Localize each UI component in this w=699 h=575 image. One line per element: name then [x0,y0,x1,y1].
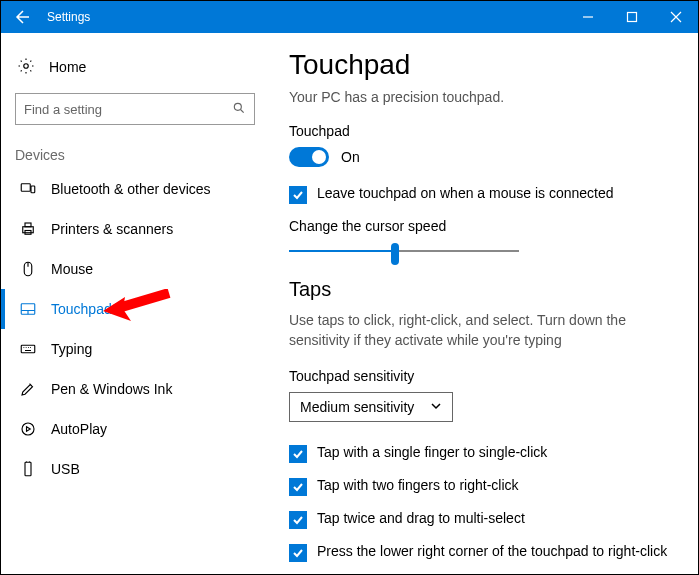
printer-icon [19,220,37,238]
sidebar-item-label: Mouse [51,261,93,277]
touchpad-toggle-label: Touchpad [289,123,674,139]
sidebar-item-label: Bluetooth & other devices [51,181,211,197]
svg-rect-4 [31,186,35,193]
sidebar-item-pen[interactable]: Pen & Windows Ink [11,369,259,409]
svg-rect-0 [628,13,637,22]
taps-description: Use taps to click, right-click, and sele… [289,311,674,350]
svg-rect-10 [21,345,35,353]
svg-rect-5 [23,227,34,233]
close-button[interactable] [654,1,698,33]
mouse-icon [19,260,37,278]
page-subtitle: Your PC has a precision touchpad. [289,89,674,105]
sensitivity-select[interactable]: Medium sensitivity [289,392,453,422]
maximize-button[interactable] [610,1,654,33]
sidebar-item-label: AutoPlay [51,421,107,437]
minimize-button[interactable] [566,1,610,33]
tap-two-checkbox[interactable] [289,478,307,496]
sidebar-item-touchpad[interactable]: Touchpad [11,289,259,329]
svg-point-11 [22,423,34,435]
sidebar-item-label: Pen & Windows Ink [51,381,172,397]
page-heading: Touchpad [289,49,674,81]
window-title: Settings [45,10,566,24]
sensitivity-label: Touchpad sensitivity [289,368,674,384]
tap-drag-checkbox[interactable] [289,511,307,529]
sidebar-item-typing[interactable]: Typing [11,329,259,369]
svg-rect-12 [25,462,31,476]
gear-icon [17,57,35,78]
cursor-speed-slider[interactable] [289,250,519,252]
leave-on-label: Leave touchpad on when a mouse is connec… [317,185,614,201]
sensitivity-value: Medium sensitivity [300,399,414,415]
sidebar-item-label: Typing [51,341,92,357]
home-label: Home [49,59,86,75]
sidebar-item-label: Printers & scanners [51,221,173,237]
sidebar-item-usb[interactable]: USB [11,449,259,489]
sidebar: Home Find a setting Devices Bluetooth & … [1,33,269,575]
sidebar-item-autoplay[interactable]: AutoPlay [11,409,259,449]
taps-heading: Taps [289,278,674,301]
leave-on-checkbox[interactable] [289,186,307,204]
tap-two-label: Tap with two fingers to right-click [317,477,519,493]
tap-corner-checkbox[interactable] [289,544,307,562]
tap-single-checkbox[interactable] [289,445,307,463]
svg-rect-3 [21,184,30,192]
category-header: Devices [11,143,259,169]
slider-thumb[interactable] [391,243,399,265]
search-input[interactable]: Find a setting [15,93,255,125]
touchpad-toggle[interactable] [289,147,329,167]
sidebar-item-mouse[interactable]: Mouse [11,249,259,289]
title-bar: Settings [1,1,698,33]
cursor-speed-label: Change the cursor speed [289,218,674,234]
sidebar-item-printers[interactable]: Printers & scanners [11,209,259,249]
home-nav[interactable]: Home [11,47,259,87]
tap-drag-label: Tap twice and drag to multi-select [317,510,525,526]
search-icon [232,101,246,118]
usb-icon [19,460,37,478]
chevron-down-icon [430,399,442,415]
touchpad-toggle-state: On [341,149,360,165]
svg-point-1 [24,63,29,68]
svg-rect-6 [25,223,31,227]
back-button[interactable] [1,1,45,33]
keyboard-icon [19,340,37,358]
sidebar-item-bluetooth[interactable]: Bluetooth & other devices [11,169,259,209]
tap-single-label: Tap with a single finger to single-click [317,444,547,460]
touchpad-icon [19,300,37,318]
search-placeholder: Find a setting [24,102,232,117]
main-panel: Touchpad Your PC has a precision touchpa… [269,33,698,575]
sidebar-item-label: USB [51,461,80,477]
devices-icon [19,180,37,198]
svg-point-2 [234,103,241,110]
tap-corner-label: Press the lower right corner of the touc… [317,543,667,559]
pen-icon [19,380,37,398]
autoplay-icon [19,420,37,438]
sidebar-item-label: Touchpad [51,301,112,317]
